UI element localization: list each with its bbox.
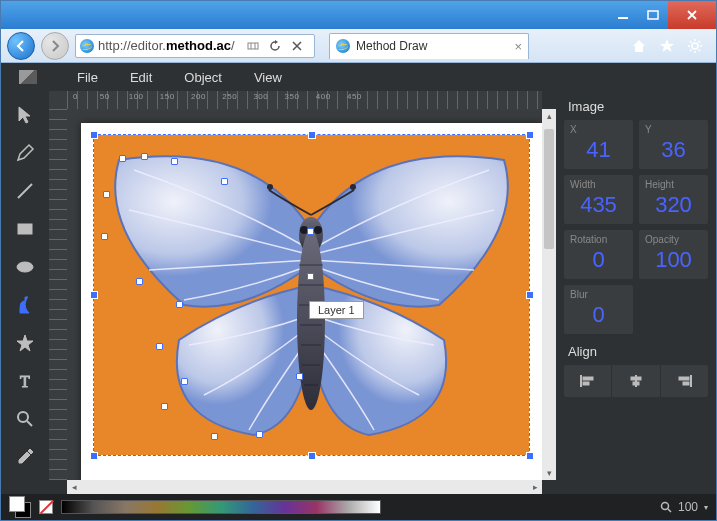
ruler-vertical[interactable] [49, 109, 67, 480]
text-tool[interactable]: T [13, 369, 37, 393]
window-titlebar[interactable] [1, 1, 716, 29]
svg-rect-1 [648, 11, 658, 19]
selection-handle[interactable] [90, 291, 98, 299]
selection-handle[interactable] [526, 131, 534, 139]
browser-toolbar: http://editor.method.ac/ Method Draw × [1, 29, 716, 63]
svg-rect-15 [583, 382, 589, 385]
path-node[interactable] [307, 273, 314, 280]
path-node[interactable] [181, 378, 188, 385]
path-node[interactable] [161, 403, 168, 410]
canvas-viewport[interactable]: Layer 1 [67, 109, 542, 480]
ruler-horizontal[interactable] [67, 91, 542, 109]
window-maximize-button[interactable] [638, 1, 668, 29]
app-body: T ▴▾ ◂▸ [1, 91, 716, 494]
svg-rect-16 [631, 377, 641, 380]
svg-rect-18 [679, 377, 689, 380]
selection-handle[interactable] [308, 452, 316, 460]
menu-edit[interactable]: Edit [114, 70, 168, 85]
compat-view-icon[interactable] [243, 36, 263, 56]
color-palette-bar[interactable] [61, 500, 381, 514]
zoom-tool[interactable] [13, 407, 37, 431]
path-node[interactable] [136, 278, 143, 285]
zoom-control[interactable]: 100 ▾ [660, 500, 708, 514]
refresh-button[interactable] [265, 36, 285, 56]
path-node[interactable] [141, 153, 148, 160]
settings-icon[interactable] [686, 37, 704, 55]
properties-panel: Image X41 Y36 Width435 Height320 Rotatio… [556, 91, 716, 494]
prop-y[interactable]: Y36 [639, 120, 708, 169]
selection-handle[interactable] [526, 291, 534, 299]
window-minimize-button[interactable] [608, 1, 638, 29]
path-node[interactable] [221, 178, 228, 185]
window-close-button[interactable] [668, 1, 716, 29]
menu-view[interactable]: View [238, 70, 298, 85]
scrollbar-vertical[interactable]: ▴▾ [542, 109, 556, 480]
svg-point-5 [17, 262, 33, 272]
panel-title: Image [564, 99, 708, 114]
path-node[interactable] [307, 228, 314, 235]
prop-opacity[interactable]: Opacity100 [639, 230, 708, 279]
align-left-button[interactable] [564, 365, 612, 397]
home-icon[interactable] [630, 37, 648, 55]
tab-close-button[interactable]: × [514, 39, 522, 54]
tab-strip: Method Draw × [329, 33, 624, 59]
path-node[interactable] [156, 343, 163, 350]
color-swatch[interactable] [9, 496, 31, 518]
titlebar-spacer [1, 1, 608, 29]
no-fill-swatch[interactable] [39, 500, 53, 514]
tool-palette: T [1, 91, 49, 494]
prop-height[interactable]: Height320 [639, 175, 708, 224]
path-node[interactable] [101, 233, 108, 240]
selection-handle[interactable] [90, 452, 98, 460]
canvas-page[interactable]: Layer 1 [81, 123, 542, 480]
path-node[interactable] [171, 158, 178, 165]
svg-rect-4 [18, 224, 32, 234]
stop-button[interactable] [287, 36, 307, 56]
selection-handle[interactable] [308, 131, 316, 139]
app-logo[interactable] [19, 70, 37, 84]
path-tool[interactable] [13, 293, 37, 317]
path-node[interactable] [176, 301, 183, 308]
address-bar[interactable]: http://editor.method.ac/ [75, 34, 315, 58]
path-node[interactable] [296, 373, 303, 380]
eyedropper-tool[interactable] [13, 445, 37, 469]
svg-rect-2 [248, 43, 258, 49]
rect-tool[interactable] [13, 217, 37, 241]
path-node[interactable] [119, 155, 126, 162]
favorites-icon[interactable] [658, 37, 676, 55]
scrollbar-horizontal[interactable]: ◂▸ [67, 480, 542, 494]
tab-title: Method Draw [356, 39, 427, 53]
select-tool[interactable] [13, 103, 37, 127]
back-button[interactable] [7, 32, 35, 60]
align-center-button[interactable] [612, 365, 660, 397]
path-node[interactable] [256, 431, 263, 438]
menu-file[interactable]: File [61, 70, 114, 85]
svg-rect-17 [633, 382, 639, 385]
prop-x[interactable]: X41 [564, 120, 633, 169]
menu-object[interactable]: Object [168, 70, 238, 85]
path-node[interactable] [211, 433, 218, 440]
svg-point-20 [661, 503, 668, 510]
align-right-button[interactable] [661, 365, 708, 397]
zoom-dropdown-icon: ▾ [704, 503, 708, 512]
browser-window: http://editor.method.ac/ Method Draw × F… [0, 0, 717, 521]
selection-handle[interactable] [526, 452, 534, 460]
prop-blur[interactable]: Blur0 [564, 285, 633, 334]
svg-rect-14 [583, 377, 593, 380]
svg-rect-19 [683, 382, 689, 385]
zoom-icon [660, 501, 672, 513]
browser-tab[interactable]: Method Draw × [329, 33, 529, 59]
forward-button[interactable] [41, 32, 69, 60]
selection-handle[interactable] [90, 131, 98, 139]
prop-rotation[interactable]: Rotation0 [564, 230, 633, 279]
pencil-tool[interactable] [13, 141, 37, 165]
line-tool[interactable] [13, 179, 37, 203]
svg-rect-0 [618, 17, 628, 19]
url-text: http://editor.method.ac/ [98, 38, 235, 53]
ie-icon [80, 39, 94, 53]
ellipse-tool[interactable] [13, 255, 37, 279]
star-tool[interactable] [13, 331, 37, 355]
prop-width[interactable]: Width435 [564, 175, 633, 224]
path-node[interactable] [103, 191, 110, 198]
layer-label[interactable]: Layer 1 [309, 301, 364, 319]
